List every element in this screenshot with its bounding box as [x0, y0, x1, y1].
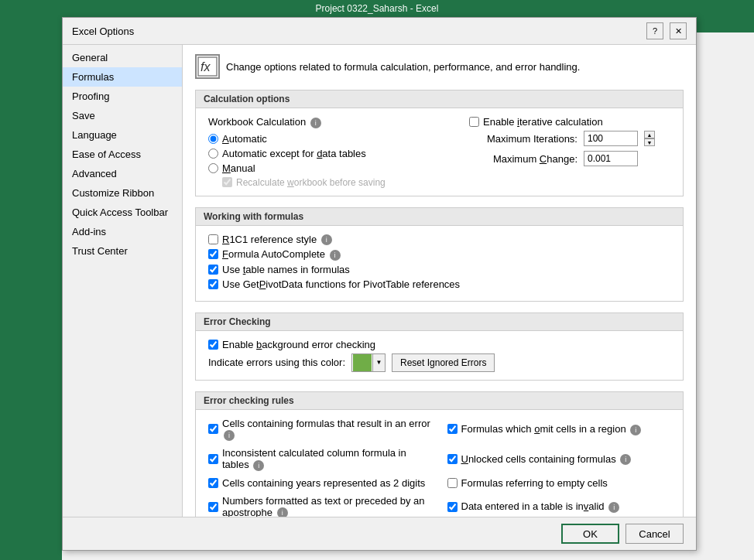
reset-ignored-errors-button[interactable]: Reset Ignored Errors — [392, 353, 495, 372]
data-table-invalid-label: Data entered in a table is invalid i — [461, 500, 620, 513]
radio-automatic: Automatic — [208, 133, 438, 145]
radio-automatic-label: Automatic — [222, 133, 267, 145]
title-bar-text: Project 0322_Saharsh - Excel — [316, 3, 439, 14]
formula-autocomplete-label: Formula AutoComplete i — [222, 248, 341, 261]
enable-iterative-checkbox[interactable] — [469, 117, 479, 127]
getpivotdata-checkbox[interactable] — [208, 279, 218, 289]
table-names-row: Use table names in formulas — [208, 264, 670, 275]
dialog-title: Excel Options — [72, 26, 134, 37]
ok-button[interactable]: OK — [561, 524, 619, 544]
sidebar-item-language[interactable]: Language — [63, 125, 182, 145]
sidebar-item-proofing[interactable]: Proofing — [63, 87, 182, 106]
sidebar-item-quick-access-toolbar[interactable]: Quick Access Toolbar — [63, 203, 182, 222]
sidebar-item-save[interactable]: Save — [63, 106, 182, 125]
error-checking-content: Enable background error checking Indicat… — [196, 331, 683, 380]
inconsistent-col-info-icon: i — [253, 460, 264, 471]
formulas-empty-cells-row: Formulas referring to empty cells — [447, 477, 671, 489]
error-checking-group: Error Checking Enable background error c… — [195, 312, 684, 381]
formulas-omit-cells-label: Formulas which omit cells in a region i — [461, 423, 642, 435]
title-bar: Project 0322_Saharsh - Excel — [0, 0, 754, 17]
enable-bg-error-checkbox[interactable] — [208, 340, 218, 350]
unlocked-cells-label: Unlocked cells containing formulas i — [461, 453, 632, 466]
indicate-color-label: Indicate errors using this color: — [208, 357, 345, 368]
formula-autocomplete-checkbox[interactable] — [208, 249, 218, 259]
inconsistent-col-formula-label: Inconsistent calculated column formula i… — [222, 447, 432, 471]
sidebar-item-general[interactable]: General — [63, 48, 182, 67]
sidebar-item-customize-ribbon[interactable]: Customize Ribbon — [63, 183, 182, 203]
fx-icon: fx — [195, 54, 220, 79]
enable-bg-error-row: Enable background error checking — [208, 339, 670, 350]
working-with-formulas-content: R1C1 reference style i Formula AutoCompl… — [196, 226, 683, 301]
dialog-title-bar: Excel Options ? ✕ — [63, 18, 696, 45]
cells-formula-error-label: Cells containing formulas that result in… — [222, 418, 432, 442]
getpivotdata-label: Use GetPivotData functions for PivotTabl… — [222, 278, 460, 290]
formulas-empty-cells-checkbox[interactable] — [447, 478, 458, 488]
table-names-checkbox[interactable] — [208, 265, 218, 275]
color-swatch — [353, 354, 372, 371]
dialog-controls: ? ✕ — [646, 22, 687, 39]
dialog-footer: OK Cancel — [63, 517, 696, 550]
enable-iterative-row: Enable iterative calculation — [469, 116, 670, 128]
radio-manual-input[interactable] — [208, 163, 218, 173]
unlocked-cells-checkbox[interactable] — [447, 454, 458, 464]
calc-left: Workbook Calculation i Automatic — [208, 116, 438, 188]
max-change-input[interactable] — [584, 151, 638, 166]
max-iterations-up[interactable]: ▲ — [644, 131, 655, 138]
excel-sidebar — [0, 17, 62, 560]
svg-text:fx: fx — [200, 60, 211, 73]
cells-2digit-years-checkbox[interactable] — [208, 478, 218, 488]
help-button[interactable]: ? — [646, 22, 663, 39]
data-table-invalid-row: Data entered in a table is invalid i — [447, 495, 671, 517]
formulas-omit-cells-row: Formulas which omit cells in a region i — [447, 418, 671, 442]
sidebar-item-advanced[interactable]: Advanced — [63, 164, 182, 183]
radio-manual-label: Manual — [222, 162, 255, 174]
enable-bg-error-label: Enable background error checking — [222, 339, 375, 350]
sidebar-item-add-ins[interactable]: Add-ins — [63, 222, 182, 241]
workbook-calc-info-icon: i — [310, 118, 321, 128]
r1c1-label: R1C1 reference style i — [222, 234, 332, 246]
max-change-row: Maximum Change: — [469, 151, 670, 166]
data-table-invalid-checkbox[interactable] — [447, 502, 458, 512]
inconsistent-col-formula-row: Inconsistent calculated column formula i… — [208, 447, 432, 471]
color-picker[interactable]: ▼ — [351, 353, 386, 372]
sidebar-item-formulas[interactable]: Formulas — [63, 67, 182, 87]
inconsistent-col-formula-checkbox[interactable] — [208, 454, 218, 464]
table-names-label: Use table names in formulas — [222, 264, 350, 275]
sidebar-item-trust-center[interactable]: Trust Center — [63, 241, 182, 261]
radio-automatic-input[interactable] — [208, 134, 218, 144]
cancel-button[interactable]: Cancel — [625, 524, 684, 544]
dialog-body: General Formulas Proofing Save Language … — [63, 45, 696, 517]
cells-formula-error-checkbox[interactable] — [208, 424, 218, 434]
calc-layout: Workbook Calculation i Automatic — [208, 116, 670, 188]
max-iterations-input[interactable] — [584, 131, 638, 146]
sidebar-item-ease-of-access[interactable]: Ease of Access — [63, 145, 182, 164]
recalculate-label: Recalculate workbook before saving — [236, 177, 386, 188]
calc-right: Enable iterative calculation Maximum Ite… — [469, 116, 670, 188]
cells-formula-error-row: Cells containing formulas that result in… — [208, 418, 432, 442]
formulas-omit-cells-checkbox[interactable] — [447, 424, 458, 434]
working-with-formulas-group: Working with formulas R1C1 reference sty… — [195, 207, 684, 302]
max-iterations-down[interactable]: ▼ — [644, 138, 655, 146]
sidebar: General Formulas Proofing Save Language … — [63, 45, 183, 517]
recalculate-checkbox — [222, 177, 232, 187]
working-with-formulas-label: Working with formulas — [196, 208, 683, 226]
r1c1-checkbox[interactable] — [208, 234, 218, 244]
formulas-empty-cells-label: Formulas referring to empty cells — [461, 477, 608, 489]
numbers-as-text-row: Numbers formatted as text or preceded by… — [208, 495, 432, 517]
radio-auto-except: Automatic except for data tables — [208, 148, 438, 159]
radio-auto-except-input[interactable] — [208, 149, 218, 159]
r1c1-info-icon: i — [321, 234, 332, 245]
close-button[interactable]: ✕ — [670, 22, 687, 39]
radio-manual: Manual — [208, 162, 438, 174]
max-iterations-spinner: ▲ ▼ — [644, 131, 655, 146]
cells-formula-info-icon: i — [224, 430, 235, 441]
max-iterations-label: Maximum Iterations: — [469, 133, 577, 145]
excel-options-dialog: Excel Options ? ✕ General Formulas Proof… — [62, 17, 697, 551]
color-dropdown-arrow[interactable]: ▼ — [372, 354, 385, 371]
recalculate-text: Recalculate workbook before saving — [222, 177, 438, 188]
unlocked-cells-row: Unlocked cells containing formulas i — [447, 447, 671, 471]
unlocked-info-icon: i — [620, 454, 631, 465]
numbers-as-text-checkbox[interactable] — [208, 502, 218, 512]
error-color-row: Indicate errors using this color: ▼ Rese… — [208, 353, 670, 372]
workbook-calc-label: Workbook Calculation i — [208, 116, 438, 128]
